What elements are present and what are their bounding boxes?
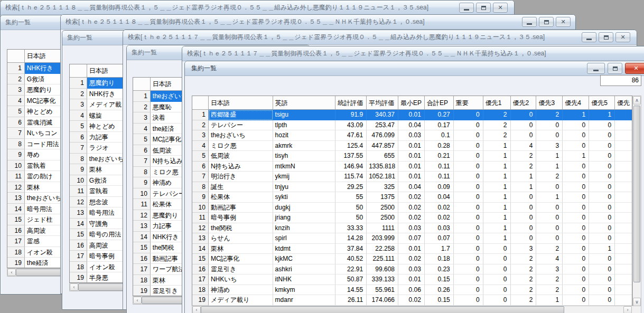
horizontal-scrollbar[interactable]: ‹ › — [192, 306, 641, 313]
cell[interactable]: 0 — [454, 244, 483, 254]
column-header[interactable]: 優先4 — [563, 96, 589, 110]
column-header[interactable]: 合計EP — [425, 96, 454, 110]
titlebar[interactable]: 検索[ｔｈｅ２５１１１８＿＿質量制御再現公表１，５＿＿ジェド霊界ラジオ再現０．５… — [61, 15, 575, 30]
cell[interactable]: 4 — [536, 254, 563, 264]
cell[interactable]: 1 — [483, 182, 511, 193]
row-number[interactable]: 13 — [7, 193, 25, 204]
row-number[interactable]: 2 — [192, 120, 209, 131]
cell[interactable]: 0.18 — [425, 254, 454, 264]
cell[interactable]: 0 — [589, 151, 615, 162]
cell[interactable] — [615, 172, 632, 182]
titlebar[interactable]: 集約一覧 ✕ — [185, 61, 644, 76]
cell[interactable]: 西郷隆盛 — [209, 110, 273, 120]
cell[interactable]: 2 — [511, 274, 537, 285]
cell[interactable]: 0.01 — [398, 141, 425, 151]
cell[interactable]: 0 — [454, 120, 483, 131]
column-header[interactable] — [192, 96, 209, 110]
cell[interactable]: 0 — [454, 141, 483, 151]
row-number[interactable]: 8 — [192, 182, 209, 193]
cell[interactable]: 0 — [589, 254, 615, 264]
cell[interactable]: 0.17 — [425, 120, 454, 131]
cell[interactable]: 0.11 — [425, 172, 454, 182]
cell[interactable]: 0.03 — [398, 223, 425, 234]
cell[interactable]: 2 — [511, 151, 537, 162]
row-number[interactable]: 7 — [70, 143, 87, 154]
row-number[interactable]: 16 — [70, 240, 87, 251]
row-number[interactable]: 14 — [70, 219, 87, 230]
cell[interactable]: 1 — [483, 151, 511, 162]
cell[interactable]: theおざいち — [209, 130, 273, 141]
table-row[interactable]: 6N持ち込みmtkmN146.941335.8180.010.11012100 — [192, 162, 632, 172]
cell[interactable]: sykti — [273, 192, 336, 203]
cell[interactable]: 1335.818 — [367, 162, 398, 172]
cell[interactable]: 0 — [589, 141, 615, 151]
cell[interactable]: 0 — [454, 213, 483, 223]
row-number[interactable]: 5 — [192, 151, 209, 162]
cell[interactable]: 0.07 — [425, 233, 454, 244]
row-number[interactable]: 18 — [70, 262, 87, 273]
cell[interactable]: 0 — [454, 162, 483, 172]
cell[interactable] — [615, 295, 632, 306]
cell[interactable]: 14.55 — [335, 285, 367, 296]
row-number[interactable]: 10 — [133, 188, 151, 200]
cell[interactable]: 0 — [589, 120, 615, 131]
cell[interactable]: 1 — [511, 172, 537, 182]
cell[interactable] — [615, 130, 632, 141]
cell[interactable]: 0 — [454, 130, 483, 141]
cell[interactable]: 0 — [589, 213, 615, 223]
cell[interactable]: 33.33 — [335, 223, 367, 234]
row-number[interactable]: 4 — [133, 124, 151, 135]
cell[interactable]: 50 — [335, 213, 367, 223]
close-button[interactable]: ✕ — [625, 63, 644, 74]
table-row[interactable]: 3theおざいちhozit47.61476.0990.030.1020000 — [192, 130, 632, 141]
cell[interactable]: 1 — [483, 162, 511, 172]
row-number[interactable]: 6 — [192, 162, 209, 172]
cell[interactable] — [615, 233, 632, 244]
cell[interactable]: 0.02 — [425, 203, 454, 213]
cell[interactable]: 霊足引き — [209, 264, 273, 275]
cell[interactable]: 1 — [563, 151, 589, 162]
row-number[interactable]: 15 — [133, 242, 151, 253]
cell[interactable]: テレパシー — [209, 120, 273, 131]
row-number[interactable]: 18 — [133, 275, 151, 286]
cell[interactable]: 0.01 — [398, 244, 425, 254]
cell[interactable]: 3 — [511, 244, 537, 254]
cell[interactable]: 0.15 — [425, 274, 454, 285]
table-row[interactable]: 8誕生tnjyu29.253250.040.09011000 — [192, 182, 632, 193]
cell[interactable]: 0 — [563, 264, 589, 275]
cell[interactable]: 0 — [511, 213, 537, 223]
cell[interactable]: 2 — [536, 285, 563, 296]
column-header[interactable]: 重要 — [454, 96, 483, 110]
cell[interactable]: 0 — [563, 274, 589, 285]
cell[interactable]: 0 — [563, 182, 589, 193]
scrollbar-thumb[interactable] — [633, 106, 640, 282]
cell[interactable]: 0 — [454, 223, 483, 234]
cell[interactable]: 0 — [536, 120, 563, 131]
cell[interactable]: 0 — [454, 182, 483, 193]
row-number[interactable]: 12 — [133, 210, 151, 221]
scroll-left-button[interactable]: ‹ — [70, 283, 78, 291]
cell[interactable]: 2 — [536, 244, 563, 254]
cell[interactable]: メディア載り — [209, 295, 273, 306]
row-number[interactable]: 16 — [192, 264, 209, 275]
cell[interactable]: 0 — [483, 274, 511, 285]
cell[interactable] — [615, 192, 632, 203]
cell[interactable]: ktdmt — [273, 244, 336, 254]
row-number[interactable]: 19 — [70, 272, 87, 283]
cell[interactable]: 0.26 — [425, 285, 454, 296]
cell[interactable]: 0 — [563, 254, 589, 264]
row-number[interactable]: 1 — [70, 78, 87, 89]
cell[interactable]: 0.11 — [425, 162, 454, 172]
cell[interactable]: 125.4 — [335, 141, 367, 151]
cell[interactable]: 253.47 — [367, 120, 398, 131]
cell[interactable]: 低周波 — [209, 151, 273, 162]
cell[interactable]: jriang — [273, 213, 336, 223]
cell[interactable]: 0 — [511, 110, 537, 120]
minimize-button[interactable] — [582, 32, 596, 42]
cell[interactable]: 3 — [536, 264, 563, 275]
cell[interactable]: 26.11 — [335, 295, 367, 306]
cell[interactable]: 0 — [589, 203, 615, 213]
cell[interactable]: 0 — [511, 130, 537, 141]
cell[interactable]: 0.23 — [425, 264, 454, 275]
row-number[interactable]: 10 — [7, 160, 25, 172]
